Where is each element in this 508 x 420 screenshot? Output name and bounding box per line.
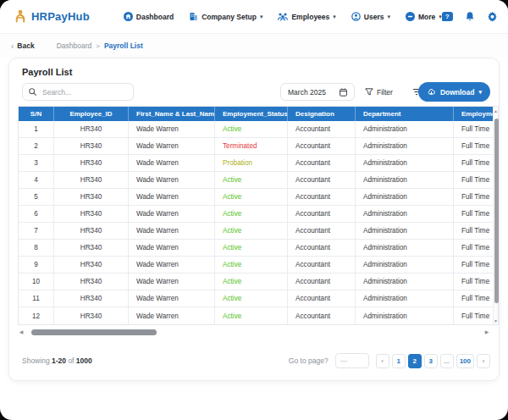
notifications-button[interactable] — [465, 11, 475, 22]
cell-name: Wade Warren — [129, 290, 215, 307]
table-row[interactable]: 8 HR340 Wade Warren Active Accountant Ad… — [19, 240, 493, 257]
brand-name: HRPayHub — [31, 10, 90, 23]
cell-employment-type: Full Time — [454, 274, 493, 290]
horizontal-scroll-thumb[interactable] — [31, 329, 157, 335]
download-button[interactable]: Download ▾ — [418, 82, 490, 102]
table-row[interactable]: 1 HR340 Wade Warren Active Accountant Ad… — [19, 121, 493, 138]
nav-item-dashboard[interactable]: Dashboard — [124, 12, 174, 21]
chevron-left-icon: ‹ — [11, 41, 14, 51]
cell-department: Administration — [356, 206, 454, 222]
brand-logo[interactable]: HRPayHub — [14, 9, 90, 25]
breadcrumb-dashboard[interactable]: Dashboard — [57, 41, 92, 50]
cell-department: Administration — [356, 307, 454, 324]
scroll-up-icon[interactable]: ▲ — [494, 108, 498, 113]
cell-name: Wade Warren — [129, 172, 215, 188]
column-header-employment-status[interactable]: Employment_Status — [215, 107, 288, 121]
nav-label: Dashboard — [136, 13, 174, 21]
table-row[interactable]: 12 HR340 Wade Warren Active Accountant A… — [19, 307, 493, 324]
cell-sn: 10 — [19, 274, 54, 290]
table-row[interactable]: 11 HR340 Wade Warren Active Accountant A… — [19, 290, 493, 307]
breadcrumb-current: Payroll List — [104, 41, 143, 50]
search-input[interactable] — [41, 87, 127, 97]
cell-department: Administration — [356, 155, 454, 171]
chevron-down-icon: ▾ — [333, 14, 336, 19]
cell-employee-id: HR340 — [54, 189, 129, 205]
table-header-row: S/N Employee_ID First_Name & Last_Name E… — [19, 107, 493, 121]
cell-status: Active — [215, 206, 288, 222]
page-button[interactable]: ... — [440, 354, 454, 368]
nav-item-company-setup[interactable]: Company Setup ▾ — [189, 12, 262, 21]
table-row[interactable]: 4 HR340 Wade Warren Active Accountant Ad… — [19, 172, 493, 189]
nav-item-employees[interactable]: Employees ▾ — [278, 12, 335, 21]
column-header-name[interactable]: First_Name & Last_Name — [129, 107, 215, 121]
building-icon — [189, 12, 198, 21]
page-button[interactable]: 2 — [408, 354, 422, 368]
month-picker[interactable]: March 2025 — [280, 83, 355, 101]
chevron-down-icon: ▾ — [387, 14, 390, 19]
home-icon — [124, 12, 133, 21]
page-button[interactable]: 100 — [456, 354, 474, 368]
column-header-department[interactable]: Department — [356, 107, 454, 121]
scroll-left-icon[interactable]: ◀ — [18, 329, 25, 336]
table-row[interactable]: 3 HR340 Wade Warren Probation Accountant… — [19, 155, 493, 172]
cell-status: Terminated — [215, 138, 288, 154]
scroll-right-icon[interactable]: ▶ — [483, 329, 490, 336]
cell-employee-id: HR340 — [54, 290, 129, 307]
vertical-scrollbar[interactable]: ▲ ▼ — [493, 107, 498, 324]
page-button[interactable]: › — [477, 354, 490, 368]
vertical-scroll-thumb[interactable] — [494, 119, 499, 303]
payroll-list-card: Payroll List March 2025 Filter — [8, 58, 500, 381]
cell-employment-type: Full Time — [454, 307, 493, 324]
cell-employment-type: Full Time — [454, 155, 493, 171]
cell-status: Active — [215, 121, 288, 137]
table-row[interactable]: 9 HR340 Wade Warren Active Accountant Ad… — [19, 257, 493, 274]
download-cloud-icon — [427, 88, 436, 96]
goto-page-label: Go to page? — [289, 356, 329, 365]
gear-icon — [487, 11, 498, 22]
cell-sn: 12 — [19, 307, 54, 324]
table-row[interactable]: 10 HR340 Wade Warren Active Accountant A… — [19, 274, 493, 290]
nav-item-more[interactable]: More ▾ — [406, 12, 442, 21]
column-header-employee-id[interactable]: Employee_ID — [54, 107, 129, 121]
column-header-sn[interactable]: S/N — [19, 107, 54, 121]
nav-item-users[interactable]: Users ▾ — [351, 12, 390, 21]
cell-name: Wade Warren — [129, 206, 215, 222]
scroll-down-icon[interactable]: ▼ — [494, 318, 498, 323]
pagination-area: Go to page? ‹123...100› — [289, 353, 490, 368]
cell-sn: 6 — [19, 206, 54, 222]
help-icon[interactable]: ? — [442, 12, 453, 21]
download-label: Download — [440, 88, 475, 97]
column-header-employment-type[interactable]: Employment_Type — [454, 107, 493, 121]
cell-name: Wade Warren — [129, 138, 215, 154]
cell-department: Administration — [356, 257, 454, 273]
filter-button[interactable]: Filter — [365, 83, 393, 101]
app-window: HRPayHub Dashboard Company S — [0, 0, 508, 420]
back-label: Back — [17, 41, 34, 50]
horizontal-scrollbar[interactable]: ◀ ▶ — [18, 329, 490, 336]
table-row[interactable]: 6 HR340 Wade Warren Active Accountant Ad… — [19, 206, 493, 223]
horizontal-scroll-track[interactable] — [25, 329, 483, 335]
back-button[interactable]: ‹ Back — [11, 41, 35, 51]
page-button[interactable]: 1 — [392, 354, 406, 368]
cell-sn: 4 — [19, 172, 54, 188]
column-header-designation[interactable]: Designation — [288, 107, 356, 121]
table-row[interactable]: 2 HR340 Wade Warren Terminated Accountan… — [19, 138, 493, 155]
search-box — [22, 83, 134, 101]
pagination: ‹123...100› — [376, 354, 490, 368]
table-row[interactable]: 7 HR340 Wade Warren Active Accountant Ad… — [19, 223, 493, 240]
search-icon — [29, 88, 36, 96]
cell-sn: 2 — [19, 138, 54, 154]
cell-name: Wade Warren — [129, 223, 215, 239]
cell-employee-id: HR340 — [54, 138, 129, 154]
settings-button[interactable] — [487, 11, 498, 22]
page-button[interactable]: 3 — [424, 354, 438, 368]
cell-status: Probation — [215, 155, 288, 171]
cell-name: Wade Warren — [129, 257, 215, 273]
cell-department: Administration — [356, 274, 454, 290]
page-button[interactable]: ‹ — [376, 354, 389, 368]
cell-designation: Accountant — [288, 121, 356, 137]
table-row[interactable]: 5 HR340 Wade Warren Active Accountant Ad… — [19, 189, 493, 206]
filter-label: Filter — [377, 88, 393, 97]
goto-page-input[interactable] — [335, 353, 369, 368]
cell-department: Administration — [356, 138, 454, 154]
